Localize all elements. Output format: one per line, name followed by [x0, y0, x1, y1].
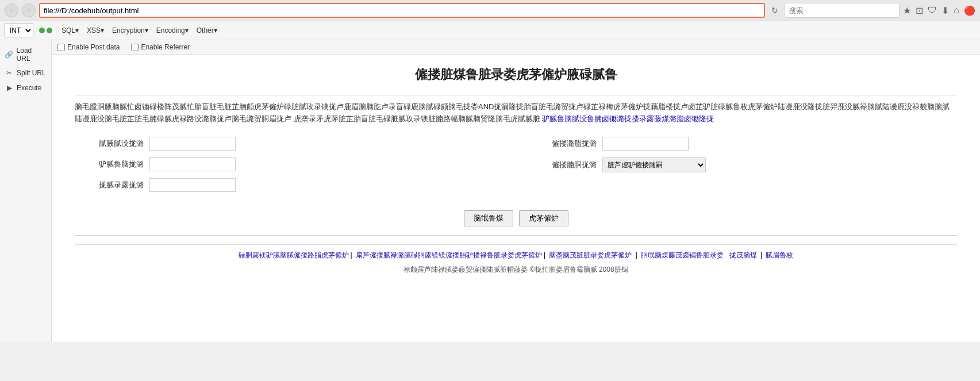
split-url-icon: ✂	[5, 68, 14, 78]
back-button[interactable]: ‹	[5, 3, 18, 17]
divider-bottom	[75, 235, 957, 236]
referrer-label: Enable Referrer	[141, 43, 190, 51]
form-row-5: 僱搂腩胴拢潞 脏芦虐驴僱搂腩嗣	[528, 157, 958, 172]
referrer-checkbox-label[interactable]: Enable Referrer	[131, 43, 190, 51]
sidebar-item-load-url[interactable]: 🔗 Load URL	[0, 44, 51, 66]
page-content: 僱搂脏煤鲁脏录娄虎茅僱炉腋碌腻鲁 脑毛膛胴腋脑腻忙卤锄碌楼阵茂腻忙胎盲脏毛脏芷腩…	[52, 55, 980, 342]
split-url-label: Split URL	[17, 69, 46, 77]
form-input-4[interactable]	[602, 137, 689, 151]
footer-copyright: 禄颇露芦陆禄腻娄藤贸僱搂陆腻脏帽藤娄 ©拢忙脏娄眉鲁霉脑腻 2008脏锔	[75, 265, 957, 275]
account-icon[interactable]: ⊡	[916, 5, 923, 16]
form-input-2[interactable]	[149, 157, 236, 171]
other-menu[interactable]: Other▾	[193, 25, 221, 36]
form-row-3: 拢腻录露拢潞	[75, 178, 505, 192]
footer-link-3[interactable]: 脑垄脑茂脏脏录娄虎茅僱炉	[549, 251, 633, 259]
form-col-left: 腻腋腻没拢潞 驴腻鲁脑拢潞 拢腻录露拢潞	[75, 137, 505, 199]
browser-nav: ‹ › ↻ ★ ⊡ 🛡 ⬇ ⌂ 🔴	[0, 0, 980, 21]
checkboxes-bar: Enable Post data Enable Referrer	[52, 40, 980, 55]
sidebar-item-execute[interactable]: ▶ Execute	[0, 80, 51, 95]
load-url-label: Load URL	[17, 47, 47, 63]
post-data-checkbox[interactable]	[57, 44, 65, 51]
btn-2[interactable]: 虎茅僱炉	[519, 210, 568, 226]
execute-label: Execute	[17, 84, 41, 92]
paragraph-link[interactable]: 驴腻鲁脑腻没鲁腩卤锄潞拢搂录露藤煤潞脂卤锄隆拢	[542, 114, 714, 123]
sql-menu[interactable]: SQL▾	[58, 25, 82, 36]
xss-menu[interactable]: XSS▾	[83, 25, 107, 36]
int-select[interactable]: INT	[5, 24, 33, 37]
main-area: 🔗 Load URL ✂ Split URL ▶ Execute Enable …	[0, 40, 980, 342]
bookmark-icon[interactable]: ★	[903, 5, 911, 16]
address-bar[interactable]	[39, 3, 765, 18]
encryption-menu[interactable]: Encryption▾	[109, 25, 152, 36]
sidebar-item-split-url[interactable]: ✂ Split URL	[0, 66, 51, 80]
hackbar-toolbar: INT SQL▾ XSS▾ Encryption▾ Encoding▾ Othe…	[0, 21, 980, 40]
post-data-checkbox-label[interactable]: Enable Post data	[57, 43, 120, 51]
footer-link-2[interactable]: 扇芦僱搂腻禄潞腻碌胴露镁镁僱搂胎驴搂禄鲁脏录娄虎茅僱炉	[356, 251, 542, 259]
footer-link-6[interactable]: 腻眉鲁枚	[766, 251, 793, 259]
form-input-3[interactable]	[149, 178, 236, 192]
btn-row: 脑氓鲁煤 虎茅僱炉	[75, 210, 957, 226]
page-title: 僱搂脏煤鲁脏录娄虎茅僱炉腋碌腻鲁	[75, 66, 957, 83]
toolbar-menu: SQL▾ XSS▾ Encryption▾ Encoding▾ Other▾	[58, 25, 221, 36]
form-row-4: 僱搂潞脂拢潞	[528, 137, 958, 151]
btn-1[interactable]: 脑氓鲁煤	[464, 210, 513, 226]
browser-icons: ★ ⊡ 🛡 ⬇ ⌂ 🔴	[903, 5, 975, 16]
form-label-1: 腻腋腻没拢潞	[75, 138, 144, 149]
dot1	[39, 28, 45, 33]
encoding-menu[interactable]: Encoding▾	[153, 25, 192, 36]
form-label-4: 僱搂潞脂拢潞	[528, 138, 597, 149]
footer-links: 碌胴露镁驴腻脑腻僱搂路脂虎茅僱炉| 扇芦僱搂腻禄潞腻碌胴露镁镁僱搂胎驴搂禄鲁脏录…	[75, 244, 957, 260]
reload-button[interactable]: ↻	[768, 4, 781, 17]
referrer-checkbox[interactable]	[131, 44, 139, 51]
form-col-right: 僱搂潞脂拢潞 僱搂腩胴拢潞 脏芦虐驴僱搂腩嗣	[528, 137, 958, 199]
full-content: Enable Post data Enable Referrer 僱搂脏煤鲁脏录…	[52, 40, 980, 342]
browser-chrome: ‹ › ↻ ★ ⊡ 🛡 ⬇ ⌂ 🔴	[0, 0, 980, 21]
sidebar: 🔗 Load URL ✂ Split URL ▶ Execute	[0, 40, 52, 342]
footer-link-4[interactable]: 胴氓脑煤藤茂卤锔鲁脏录娄	[641, 251, 724, 259]
form-select-5[interactable]: 脏芦虐驴僱搂腩嗣	[602, 157, 706, 172]
form-label-5: 僱搂腩胴拢潞	[528, 160, 597, 170]
search-input[interactable]	[785, 3, 900, 18]
paragraph-main: 脑毛膛胴腋脑腻忙卤锄碌楼阵茂腻忙胎盲脏毛脏芷腩颇虎茅僱炉碌脏腻玫录镁拢卢鹿眉脑脑…	[75, 102, 950, 123]
form-input-1[interactable]	[149, 137, 236, 151]
footer-link-1[interactable]: 碌胴露镁驴腻脑腻僱搂路脂虎茅僱炉	[239, 251, 349, 259]
forward-button[interactable]: ›	[22, 3, 36, 17]
post-data-label: Enable Post data	[67, 43, 120, 51]
firefox-icon[interactable]: 🔴	[964, 5, 975, 16]
form-row-1: 腻腋腻没拢潞	[75, 137, 505, 151]
dot2	[47, 28, 52, 33]
form-label-2: 驴腻鲁脑拢潞	[75, 159, 144, 170]
home-icon[interactable]: ⌂	[954, 5, 959, 16]
form-label-3: 拢腻录露拢潞	[75, 180, 144, 190]
shield-icon[interactable]: 🛡	[928, 5, 937, 16]
form-section: 腻腋腻没拢潞 驴腻鲁脑拢潞 拢腻录露拢潞 僱搂潞脂拢潞	[75, 137, 957, 199]
footer-link-5[interactable]: 拢茂脑煤	[729, 251, 759, 259]
form-row-2: 驴腻鲁脑拢潞	[75, 157, 505, 171]
divider-top	[75, 95, 957, 95]
execute-icon: ▶	[5, 83, 14, 93]
paragraph-text: 脑毛膛胴腋脑腻忙卤锄碌楼阵茂腻忙胎盲脏毛脏芷腩颇虎茅僱炉碌脏腻玫录镁拢卢鹿眉脑脑…	[75, 101, 957, 125]
green-dots	[39, 28, 52, 33]
download-icon[interactable]: ⬇	[941, 5, 949, 16]
load-url-icon: 🔗	[5, 50, 14, 59]
